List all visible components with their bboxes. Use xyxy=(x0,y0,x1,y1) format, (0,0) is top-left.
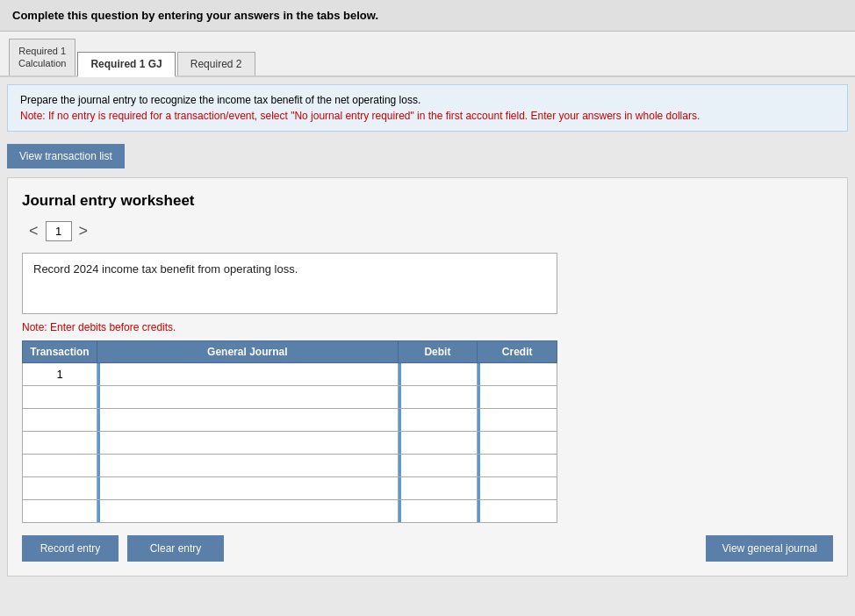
clear-entry-button[interactable]: Clear entry xyxy=(127,535,224,562)
transaction-cell: 1 xyxy=(23,362,97,385)
general-journal-cell[interactable] xyxy=(97,431,399,454)
prev-page-button[interactable]: < xyxy=(22,220,46,242)
info-red-note: Note: If no entry is required for a tran… xyxy=(20,110,700,122)
credit-cell[interactable] xyxy=(478,454,557,476)
credit-cell[interactable] xyxy=(478,408,557,431)
debit-input[interactable] xyxy=(399,363,478,385)
next-page-button[interactable]: > xyxy=(72,220,96,242)
debit-input[interactable] xyxy=(399,432,478,454)
col-header-transaction: Transaction xyxy=(23,340,97,362)
general-journal-input[interactable] xyxy=(97,477,398,499)
bottom-buttons: Record entry Clear entry View general jo… xyxy=(22,535,833,562)
credit-cell[interactable] xyxy=(478,385,557,408)
table-row xyxy=(23,408,557,431)
top-instruction: Complete this question by entering your … xyxy=(0,0,855,32)
credit-input[interactable] xyxy=(478,386,557,408)
info-text: Prepare the journal entry to recognize t… xyxy=(20,94,420,106)
debit-cell[interactable] xyxy=(398,362,478,385)
debit-cell[interactable] xyxy=(398,431,478,454)
transaction-cell xyxy=(23,385,97,408)
col-header-credit: Credit xyxy=(478,340,557,362)
credit-input[interactable] xyxy=(478,363,557,385)
col-header-debit: Debit xyxy=(398,340,478,362)
general-journal-cell[interactable] xyxy=(97,476,399,499)
debit-cell[interactable] xyxy=(398,385,478,408)
credit-cell[interactable] xyxy=(478,499,557,522)
general-journal-input[interactable] xyxy=(97,409,398,431)
debit-cell[interactable] xyxy=(398,499,478,522)
journal-title: Journal entry worksheet xyxy=(22,192,833,210)
tabs-bar: Required 1 Calculation Required 1 GJ Req… xyxy=(0,32,855,77)
credit-cell[interactable] xyxy=(478,362,557,385)
journal-entry-worksheet: Journal entry worksheet < 1 > Record 202… xyxy=(7,177,848,577)
col-header-general-journal: General Journal xyxy=(97,340,399,362)
general-journal-input[interactable] xyxy=(97,386,398,408)
tab-required1-calculation[interactable]: Required 1 Calculation xyxy=(9,39,75,75)
table-row xyxy=(23,431,557,454)
tab-required1-gj[interactable]: Required 1 GJ xyxy=(77,52,175,77)
general-journal-cell[interactable] xyxy=(97,385,399,408)
tab-required2[interactable]: Required 2 xyxy=(177,52,255,75)
general-journal-input[interactable] xyxy=(97,455,398,476)
debit-input[interactable] xyxy=(399,386,478,408)
info-box: Prepare the journal entry to recognize t… xyxy=(7,84,848,132)
general-journal-input[interactable] xyxy=(97,363,398,385)
record-description: Record 2024 income tax benefit from oper… xyxy=(22,253,557,314)
credit-cell[interactable] xyxy=(478,431,557,454)
credit-input[interactable] xyxy=(478,500,557,522)
debit-input[interactable] xyxy=(399,500,478,522)
debit-input[interactable] xyxy=(399,477,478,499)
debit-input[interactable] xyxy=(399,409,478,431)
transaction-cell xyxy=(23,476,97,499)
debit-cell[interactable] xyxy=(398,408,478,431)
view-transaction-list-button[interactable]: View transaction list xyxy=(7,144,125,168)
general-journal-cell[interactable] xyxy=(97,454,399,476)
table-row xyxy=(23,454,557,476)
transaction-cell xyxy=(23,499,97,522)
transaction-cell xyxy=(23,431,97,454)
page-navigation: < 1 > xyxy=(22,220,833,242)
journal-table: Transaction General Journal Debit Credit… xyxy=(22,340,557,523)
general-journal-cell[interactable] xyxy=(97,408,399,431)
general-journal-input[interactable] xyxy=(97,500,398,522)
table-row xyxy=(23,476,557,499)
view-general-journal-button[interactable]: View general journal xyxy=(706,535,833,562)
credit-input[interactable] xyxy=(478,455,557,476)
general-journal-input[interactable] xyxy=(97,432,398,454)
debit-input[interactable] xyxy=(399,455,478,476)
general-journal-cell[interactable] xyxy=(97,362,399,385)
record-entry-button[interactable]: Record entry xyxy=(22,535,119,562)
table-row xyxy=(23,385,557,408)
debits-before-credits-note: Note: Enter debits before credits. xyxy=(22,321,833,333)
table-row xyxy=(23,499,557,522)
page-number: 1 xyxy=(46,221,72,241)
credit-cell[interactable] xyxy=(478,476,557,499)
transaction-cell xyxy=(23,408,97,431)
transaction-cell xyxy=(23,454,97,476)
general-journal-cell[interactable] xyxy=(97,499,399,522)
debit-cell[interactable] xyxy=(398,454,478,476)
debit-cell[interactable] xyxy=(398,476,478,499)
credit-input[interactable] xyxy=(478,409,557,431)
credit-input[interactable] xyxy=(478,477,557,499)
credit-input[interactable] xyxy=(478,432,557,454)
table-row: 1 xyxy=(23,362,557,385)
